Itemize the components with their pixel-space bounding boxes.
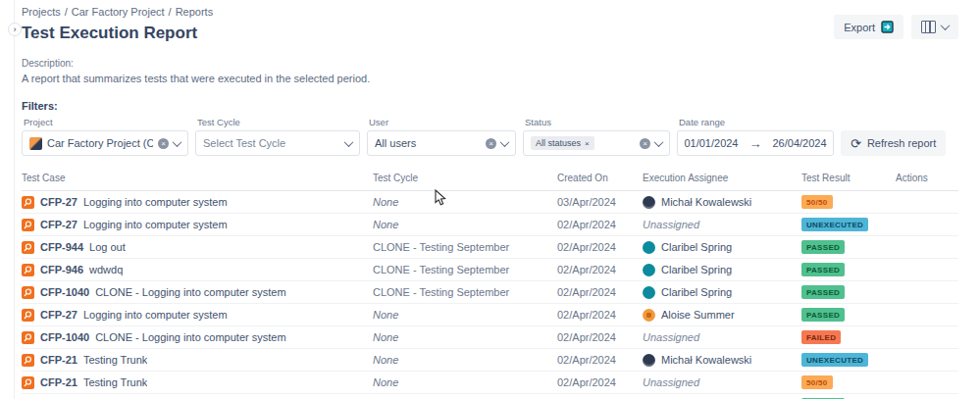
assignee-name: Michał Kowalewski bbox=[661, 196, 751, 208]
export-button[interactable]: Export bbox=[834, 15, 903, 39]
date-range-filter: Date range 01/01/2024 → 26/04/2024 bbox=[677, 117, 834, 156]
execution-assignee-cell: Unassigned bbox=[643, 376, 801, 388]
breadcrumb-projects[interactable]: Projects bbox=[22, 6, 61, 18]
test-case-name-link[interactable]: CLONE - Logging into computer system bbox=[95, 331, 285, 343]
test-case-key-link[interactable]: CFP-1040 bbox=[40, 286, 89, 298]
test-cycle-cell: CLONE - Testing September bbox=[373, 264, 557, 275]
test-case-key-link[interactable]: CFP-27 bbox=[40, 219, 77, 230]
date-from-input[interactable]: 01/01/2024 bbox=[684, 137, 738, 149]
test-case-icon bbox=[22, 331, 34, 344]
table-row[interactable]: CFP-1040 CLONE - Logging into computer s… bbox=[22, 281, 958, 304]
table-row[interactable]: CFP-27 Logging into computer system None… bbox=[22, 191, 958, 214]
test-case-key-link[interactable]: CFP-944 bbox=[40, 241, 83, 253]
created-on-cell: 02/Apr/2024 bbox=[557, 264, 643, 275]
breadcrumb-reports[interactable]: Reports bbox=[176, 6, 214, 18]
test-cycle-filter: Test Cycle Select Test Cycle bbox=[195, 117, 360, 156]
project-select[interactable]: Car Factory Project (CFP) × bbox=[22, 130, 188, 156]
column-header-created-on: Created On bbox=[557, 173, 643, 183]
test-cycle-cell: None bbox=[373, 309, 557, 321]
test-case-name-link[interactable]: Testing Trunk bbox=[83, 376, 147, 388]
page-title: Test Execution Report bbox=[22, 24, 213, 43]
test-case-icon bbox=[22, 376, 34, 389]
chevron-down-icon bbox=[941, 21, 951, 30]
test-case-name-link[interactable]: wdwdq bbox=[89, 264, 123, 275]
execution-assignee-cell: Claribel Spring bbox=[643, 264, 801, 276]
created-on-cell: 02/Apr/2024 bbox=[557, 309, 643, 321]
test-case-name-link[interactable]: Testing Trunk bbox=[83, 354, 147, 366]
execution-assignee-cell: Michał Kowalewski bbox=[643, 196, 801, 209]
table-row[interactable]: CFP-21 Testing Trunk None 02/Apr/2024 Mi… bbox=[22, 349, 958, 372]
test-case-icon bbox=[22, 264, 34, 276]
test-cycle-cell: None bbox=[373, 354, 557, 366]
test-case-cell: CFP-1040 CLONE - Logging into computer s… bbox=[22, 286, 373, 299]
test-result-cell: FAILED bbox=[801, 330, 896, 345]
status-select[interactable]: All statuses × × bbox=[523, 130, 670, 156]
created-on-cell: 02/Apr/2024 bbox=[557, 331, 643, 343]
arrow-right-icon: → bbox=[749, 136, 762, 151]
table-row[interactable]: CFP-946 wdwdq CLONE - Testing September … bbox=[22, 259, 958, 281]
test-case-name-link[interactable]: Log out bbox=[89, 241, 126, 253]
description-text: A report that summarizes tests that were… bbox=[22, 73, 958, 84]
project-filter-label: Project bbox=[24, 117, 188, 127]
project-avatar bbox=[29, 137, 42, 150]
created-on-cell: 02/Apr/2024 bbox=[557, 354, 643, 366]
user-select[interactable]: All users × bbox=[367, 130, 516, 156]
test-cycle-filter-label: Test Cycle bbox=[197, 117, 360, 127]
breadcrumb-project[interactable]: Car Factory Project bbox=[72, 6, 165, 18]
remove-chip-icon[interactable]: × bbox=[585, 139, 590, 148]
test-case-key-link[interactable]: CFP-21 bbox=[40, 354, 77, 366]
test-result-cell: PASSED bbox=[801, 263, 896, 277]
test-case-name-link[interactable]: Logging into computer system bbox=[83, 196, 228, 208]
table-header-row: Test Case Test Cycle Created On Executio… bbox=[22, 173, 958, 191]
expand-sidebar-button[interactable]: › bbox=[8, 23, 22, 36]
date-to-input[interactable]: 26/04/2024 bbox=[773, 137, 827, 149]
filters-label: Filters: bbox=[22, 100, 958, 112]
test-case-name-link[interactable]: Logging into computer system bbox=[83, 219, 228, 230]
test-case-key-link[interactable]: CFP-1040 bbox=[40, 331, 89, 343]
clear-icon[interactable]: × bbox=[486, 138, 496, 149]
filters-bar: Project Car Factory Project (CFP) × Test… bbox=[22, 117, 958, 156]
test-case-cell: CFP-27 Logging into computer system bbox=[22, 196, 373, 209]
status-chip-label: All statuses bbox=[536, 138, 581, 148]
chevron-down-icon bbox=[344, 137, 354, 147]
table-row[interactable]: CFP-27 Logging into computer system None… bbox=[22, 214, 958, 236]
refresh-report-button[interactable]: ⟳ Refresh report bbox=[841, 130, 946, 156]
table-row[interactable]: CFP-888 Logging into computer system Non… bbox=[22, 394, 958, 399]
test-case-key-link[interactable]: CFP-21 bbox=[40, 376, 77, 388]
description-label: Description: bbox=[22, 58, 958, 69]
table-row[interactable]: CFP-944 Log out CLONE - Testing Septembe… bbox=[22, 236, 958, 259]
test-result-badge: UNEXECUTED bbox=[801, 353, 868, 367]
refresh-report-label: Refresh report bbox=[867, 137, 936, 149]
columns-button[interactable] bbox=[911, 15, 958, 39]
test-cycle-select[interactable]: Select Test Cycle bbox=[195, 130, 360, 156]
test-executions-table: Test Case Test Cycle Created On Executio… bbox=[22, 173, 958, 399]
created-on-cell: 02/Apr/2024 bbox=[557, 241, 643, 253]
test-case-key-link[interactable]: CFP-27 bbox=[40, 309, 77, 321]
table-row[interactable]: CFP-27 Logging into computer system None… bbox=[22, 304, 958, 326]
chevron-down-icon bbox=[654, 137, 664, 147]
refresh-icon: ⟳ bbox=[851, 137, 861, 150]
test-result-cell: PASSED bbox=[801, 285, 896, 300]
chevron-down-icon bbox=[173, 137, 182, 147]
test-case-icon bbox=[22, 309, 34, 322]
created-on-cell: 02/Apr/2024 bbox=[557, 376, 643, 388]
header-actions: Export bbox=[834, 15, 958, 39]
clear-icon[interactable]: × bbox=[640, 138, 650, 149]
test-execution-report-page: › Projects/Car Factory Project/Reports T… bbox=[0, 0, 980, 399]
created-on-cell: 02/Apr/2024 bbox=[557, 219, 643, 230]
test-case-name-link[interactable]: CLONE - Logging into computer system bbox=[95, 286, 285, 298]
test-case-name-link[interactable]: Logging into computer system bbox=[83, 309, 228, 321]
sidebar-divider bbox=[14, 0, 15, 399]
test-result-badge: PASSED bbox=[801, 285, 845, 299]
table-body: CFP-27 Logging into computer system None… bbox=[22, 191, 958, 399]
test-case-key-link[interactable]: CFP-27 bbox=[40, 196, 77, 208]
test-case-key-link[interactable]: CFP-946 bbox=[40, 264, 83, 275]
table-row[interactable]: CFP-1040 CLONE - Logging into computer s… bbox=[22, 326, 958, 349]
clear-icon[interactable]: × bbox=[158, 138, 169, 149]
date-range-box: 01/01/2024 → 26/04/2024 bbox=[677, 130, 834, 156]
assignee-avatar bbox=[643, 264, 655, 276]
test-case-cell: CFP-1040 CLONE - Logging into computer s… bbox=[22, 331, 373, 344]
execution-assignee-cell: Claribel Spring bbox=[643, 241, 801, 254]
assignee-avatar bbox=[643, 286, 655, 299]
table-row[interactable]: CFP-21 Testing Trunk None 02/Apr/2024 Un… bbox=[22, 372, 958, 394]
